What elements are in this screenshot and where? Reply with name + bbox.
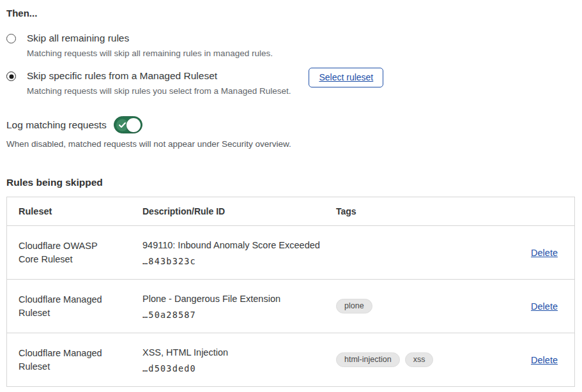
- tags-cell: html-injectionxss: [336, 352, 496, 367]
- table-header-row: Ruleset Description/Rule ID Tags: [7, 197, 574, 225]
- skipped-rules-table: Ruleset Description/Rule ID Tags Cloudfl…: [6, 197, 575, 387]
- column-header-description: Description/Rule ID: [142, 206, 336, 216]
- log-matching-row: Log matching requests: [6, 116, 576, 133]
- description-cell: Plone - Dangerous File Extension …50a285…: [142, 293, 336, 320]
- option-label[interactable]: Skip specific rules from a Managed Rules…: [27, 70, 291, 82]
- log-toggle-description: When disabled, matched requests will not…: [6, 139, 576, 149]
- option-description: Matching requests will skip all remainin…: [27, 48, 273, 59]
- option-row: Skip specific rules from a Managed Rules…: [16, 70, 383, 96]
- rule-description: Plone - Dangerous File Extension: [142, 293, 330, 305]
- tags-cell: plone: [336, 299, 496, 313]
- rule-id: …50a28587: [142, 310, 330, 320]
- radio-option[interactable]: Skip all remaining rules Matching reques…: [6, 32, 576, 59]
- ruleset-cell: Cloudflare Managed Ruleset: [7, 347, 142, 373]
- log-matching-label: Log matching requests: [6, 119, 107, 131]
- rule-description: XSS, HTML Injection: [142, 347, 330, 358]
- option-text: Skip specific rules from a Managed Rules…: [27, 70, 291, 96]
- tag-pill: html-injection: [336, 352, 400, 367]
- delete-link[interactable]: Delete: [531, 355, 558, 365]
- table-body: Cloudflare OWASP Core Ruleset 949110: In…: [7, 225, 574, 386]
- column-header-ruleset: Ruleset: [7, 205, 142, 218]
- action-cell: Delete: [531, 301, 574, 312]
- tag-pill: plone: [336, 299, 372, 313]
- radio-option[interactable]: Skip specific rules from a Managed Rules…: [6, 70, 576, 96]
- action-cell: Delete: [531, 354, 574, 366]
- ruleset-cell: Cloudflare Managed Ruleset: [7, 293, 142, 320]
- delete-link[interactable]: Delete: [531, 248, 558, 258]
- tag-pill: xss: [405, 352, 434, 367]
- radio-button[interactable]: [6, 34, 16, 43]
- select-ruleset-button-label: Select ruleset: [319, 72, 373, 82]
- ruleset-cell: Cloudflare OWASP Core Ruleset: [7, 239, 142, 266]
- action-cell: Delete: [531, 247, 574, 259]
- rule-description: 949110: Inbound Anomaly Score Exceeded: [142, 239, 330, 251]
- description-cell: XSS, HTML Injection …d503ded0: [142, 347, 336, 373]
- rules-being-skipped-heading: Rules being skipped: [6, 177, 576, 188]
- then-heading: Then...: [6, 8, 576, 19]
- log-toggle[interactable]: [114, 116, 142, 133]
- select-ruleset-button[interactable]: Select ruleset: [309, 68, 383, 87]
- table-row: Cloudflare Managed Ruleset Plone - Dange…: [7, 279, 574, 333]
- option-text: Skip all remaining rules Matching reques…: [27, 32, 273, 59]
- delete-link[interactable]: Delete: [531, 301, 558, 312]
- toggle-knob[interactable]: [126, 118, 141, 132]
- table-row: Cloudflare Managed Ruleset XSS, HTML Inj…: [7, 333, 574, 386]
- option-label[interactable]: Skip all remaining rules: [27, 32, 273, 45]
- option-description: Matching requests will skip rules you se…: [27, 86, 291, 96]
- rule-id: …d503ded0: [142, 363, 330, 373]
- radio-button[interactable]: [6, 72, 16, 81]
- rule-id: …843b323c: [142, 256, 330, 266]
- column-header-tags: Tags: [336, 206, 496, 216]
- action-options: Skip all remaining rules Matching reques…: [6, 32, 576, 96]
- table-row: Cloudflare OWASP Core Ruleset 949110: In…: [7, 225, 574, 279]
- skip-rule-config-panel: Then... Skip all remaining rules Matchin…: [0, 0, 582, 387]
- description-cell: 949110: Inbound Anomaly Score Exceeded ……: [142, 239, 336, 266]
